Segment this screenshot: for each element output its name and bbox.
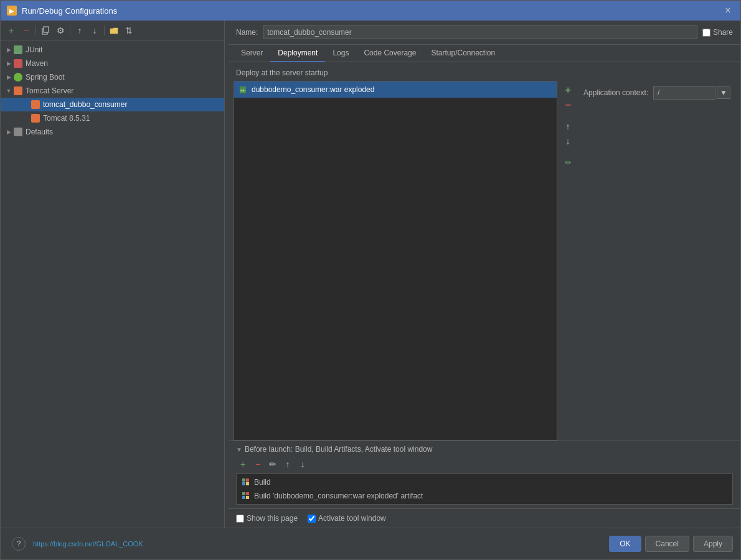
question-area: ? xyxy=(8,533,29,554)
add-before-launch-button[interactable]: + xyxy=(236,457,250,471)
toolbar-separator-1 xyxy=(35,26,36,35)
maven-label: Maven xyxy=(26,59,48,68)
tomcat-server-arrow: ▼ xyxy=(4,86,13,95)
share-area: Share xyxy=(702,28,733,37)
move-artifact-up-button[interactable]: ↑ xyxy=(561,119,575,133)
move-up-button[interactable]: ↑ xyxy=(73,24,87,37)
show-page-label: Show this page xyxy=(247,514,298,523)
name-input[interactable] xyxy=(263,26,697,39)
tomcat-server-label: Tomcat Server xyxy=(26,86,73,95)
tomcat8-arrow xyxy=(22,114,31,123)
app-context-row: Application context: ▼ xyxy=(583,83,730,102)
app-context-panel: Application context: ▼ xyxy=(578,81,735,441)
add-artifact-button[interactable]: + xyxy=(561,83,575,97)
before-launch-toolbar: + − ✏ ↑ ↓ xyxy=(236,457,733,471)
edit-before-launch-button[interactable]: ✏ xyxy=(266,457,280,471)
remove-config-button[interactable]: − xyxy=(19,24,33,37)
before-launch-list: Build Build 'dubbode xyxy=(236,474,733,505)
svg-rect-6 xyxy=(242,482,245,485)
maven-arrow: ▶ xyxy=(4,59,13,68)
sort-button[interactable]: ⇅ xyxy=(122,24,136,37)
title-bar: ▶ Run/Debug Configurations × xyxy=(1,1,740,21)
deploy-artifact-list: war dubbodemo_consumer:war exploded xyxy=(234,81,557,441)
svg-rect-5 xyxy=(246,478,249,482)
deploy-item[interactable]: war dubbodemo_consumer:war exploded xyxy=(234,82,557,98)
activate-area: Activate tool window xyxy=(308,514,386,523)
sidebar-item-junit[interactable]: ▶ JUnit xyxy=(1,43,224,57)
show-page-checkbox[interactable] xyxy=(236,515,244,523)
ok-button[interactable]: OK xyxy=(609,536,641,552)
settings-button[interactable]: ⚙ xyxy=(54,24,67,37)
move-down-button[interactable]: ↓ xyxy=(88,24,101,37)
dubbo-arrow xyxy=(22,100,31,109)
share-label: Share xyxy=(713,28,733,37)
bl-item-artifact[interactable]: Build 'dubbodemo_consumer:war exploded' … xyxy=(237,489,732,503)
app-context-label: Application context: xyxy=(583,88,648,97)
footer-link[interactable]: https://blog.csdn.net/GLOAL_COOK xyxy=(33,540,143,548)
junit-arrow: ▶ xyxy=(4,45,13,54)
close-button[interactable]: × xyxy=(722,4,734,17)
app-context-dropdown[interactable]: ▼ xyxy=(717,86,730,99)
move-bl-down-button[interactable]: ↓ xyxy=(296,457,309,471)
help-button[interactable]: ? xyxy=(12,537,26,551)
deploy-item-label: dubbodemo_consumer:war exploded xyxy=(252,85,374,94)
edit-artifact-button[interactable]: ✏ xyxy=(561,156,575,169)
tomcat8-label: Tomcat 8.5.31 xyxy=(43,114,90,123)
sidebar-item-tomcat-8531[interactable]: Tomcat 8.5.31 xyxy=(1,111,224,125)
spring-icon xyxy=(13,72,23,82)
dialog-title: Run/Debug Configurations xyxy=(22,6,117,16)
tomcat-dubbo-label: tomcat_dubbo_consumer xyxy=(43,100,127,109)
svg-rect-4 xyxy=(242,478,245,482)
tab-deployment[interactable]: Deployment xyxy=(270,45,325,62)
before-launch-header: ▼ Before launch: Build, Build Artifacts,… xyxy=(236,445,733,454)
tab-code-coverage[interactable]: Code Coverage xyxy=(356,45,423,62)
svg-rect-7 xyxy=(246,482,249,485)
add-config-button[interactable]: + xyxy=(4,24,18,37)
deploy-header: Deploy at the server startup xyxy=(229,62,740,81)
before-launch-toggle[interactable]: ▼ xyxy=(236,446,242,453)
app-context-input[interactable] xyxy=(653,86,715,100)
svg-rect-1 xyxy=(44,27,49,32)
run-debug-dialog: ▶ Run/Debug Configurations × + − ⚙ ↑ xyxy=(0,0,741,560)
dialog-footer: ? https://blog.csdn.net/GLOAL_COOK OK Ca… xyxy=(1,528,740,559)
bl-artifact-label: Build 'dubbodemo_consumer:war exploded' … xyxy=(254,492,423,500)
defaults-icon xyxy=(13,127,23,137)
sidebar-tree: ▶ JUnit ▶ Maven ▶ xyxy=(1,40,224,528)
sidebar-item-tomcat-server[interactable]: ▼ Tomcat Server xyxy=(1,84,224,98)
move-bl-up-button[interactable]: ↑ xyxy=(281,457,295,471)
tab-server[interactable]: Server xyxy=(234,45,270,62)
sidebar-item-maven[interactable]: ▶ Maven xyxy=(1,57,224,70)
spring-label: Spring Boot xyxy=(26,73,65,82)
bottom-row: Show this page Activate tool window xyxy=(229,508,740,528)
spring-arrow: ▶ xyxy=(4,73,13,82)
move-artifact-down-button[interactable]: ↓ xyxy=(561,134,575,148)
cancel-button[interactable]: Cancel xyxy=(645,536,689,552)
share-checkbox[interactable] xyxy=(702,29,710,37)
maven-icon xyxy=(13,58,23,68)
remove-artifact-button[interactable]: − xyxy=(561,98,575,112)
apply-button[interactable]: Apply xyxy=(693,536,733,552)
tomcat-dubbo-icon xyxy=(31,100,40,110)
name-row: Name: Share xyxy=(229,21,740,45)
remove-before-launch-button[interactable]: − xyxy=(251,457,265,471)
sidebar-item-tomcat-dubbo-consumer[interactable]: tomcat_dubbo_consumer xyxy=(1,98,224,111)
before-launch-label: Before launch: Build, Build Artifacts, A… xyxy=(245,445,433,454)
folder-button[interactable] xyxy=(107,24,121,37)
activate-tool-window-checkbox[interactable] xyxy=(308,515,316,523)
svg-rect-9 xyxy=(246,492,249,495)
deployment-panel: Deploy at the server startup war dubbode… xyxy=(229,62,740,528)
copy-config-button[interactable] xyxy=(39,24,52,37)
tabs-bar: Server Deployment Logs Code Coverage Sta… xyxy=(229,45,740,62)
svg-rect-11 xyxy=(246,496,249,499)
deploy-buttons: + − ↑ ↓ ✏ xyxy=(557,81,578,441)
right-panel: Name: Share Server Deployment Logs Code … xyxy=(229,21,740,528)
sidebar-item-defaults[interactable]: ▶ Defaults xyxy=(1,125,224,139)
bl-item-build[interactable]: Build xyxy=(237,475,732,489)
tomcat8-icon xyxy=(31,113,40,123)
sidebar-item-spring-boot[interactable]: ▶ Spring Boot xyxy=(1,70,224,84)
defaults-arrow: ▶ xyxy=(4,128,13,136)
deploy-list-area: war dubbodemo_consumer:war exploded + − … xyxy=(229,81,740,441)
title-bar-left: ▶ Run/Debug Configurations xyxy=(7,6,117,16)
tab-logs[interactable]: Logs xyxy=(325,45,356,62)
tab-startup-connection[interactable]: Startup/Connection xyxy=(423,45,503,62)
